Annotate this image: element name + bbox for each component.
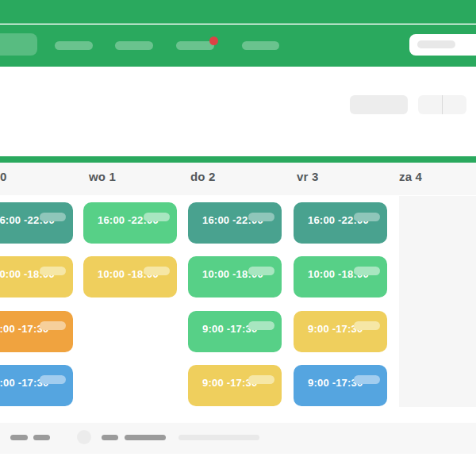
shift-assignee-placeholder	[144, 213, 170, 221]
shift-card[interactable]: 9:00 -17:30	[188, 311, 282, 352]
view-toggle-segmented-control[interactable]	[418, 95, 466, 114]
shift-assignee-placeholder	[40, 375, 66, 384]
shift-assignee-placeholder	[248, 267, 274, 275]
toolbar-button-placeholder[interactable]	[350, 95, 408, 114]
shift-card[interactable]: 16:00 -22:00	[83, 202, 177, 244]
shift-assignee-placeholder	[40, 321, 66, 330]
day-label: 0	[0, 170, 7, 183]
search-placeholder-text	[417, 40, 455, 48]
shift-card[interactable]: 16:00 -22:00	[0, 202, 73, 244]
footer-placeholder	[33, 435, 50, 440]
shift-card[interactable]: 9:00 -17:30	[294, 365, 387, 406]
shift-assignee-placeholder	[248, 321, 274, 330]
footer-placeholder	[102, 435, 118, 440]
shift-assignee-placeholder	[144, 267, 170, 275]
top-bar	[0, 0, 476, 24]
day-label: do 2	[190, 170, 216, 183]
nav-item-active-placeholder[interactable]	[0, 33, 37, 56]
shift-assignee-placeholder	[354, 267, 380, 275]
shift-card[interactable]: 10:00 -18:00	[294, 256, 387, 298]
schedule-page: 0 wo 1 do 2 vr 3 za 4 16:00 -22:0010:00 …	[0, 0, 476, 476]
day-label: vr 3	[297, 170, 319, 183]
segment-left[interactable]	[418, 95, 443, 114]
shift-assignee-placeholder	[40, 267, 66, 275]
segment-right[interactable]	[443, 95, 466, 114]
nav-bar	[0, 25, 476, 67]
shift-card[interactable]: 9:00 -17:30	[188, 365, 282, 406]
footer-bar	[0, 423, 476, 454]
shift-card[interactable]: 10:00 -18:00	[188, 256, 282, 298]
week-divider-bar	[0, 156, 476, 163]
footer-avatar-placeholder	[77, 430, 91, 444]
footer-placeholder	[125, 435, 166, 440]
calendar-body: 16:00 -22:0010:00 -18:009:00 -17:309:00 …	[0, 195, 476, 423]
closed-day-column	[399, 196, 476, 407]
shift-assignee-placeholder	[354, 321, 380, 330]
shift-card[interactable]: 10:00 -18:00	[83, 256, 177, 298]
shift-card[interactable]: 9:00 -17:30	[0, 311, 73, 352]
footer-placeholder	[10, 435, 28, 440]
search-input[interactable]	[409, 34, 476, 56]
day-label: wo 1	[89, 170, 116, 183]
footer-placeholder	[178, 435, 259, 440]
shift-assignee-placeholder	[354, 213, 380, 221]
day-label: za 4	[399, 170, 422, 183]
shift-card[interactable]: 10:00 -18:00	[0, 256, 73, 298]
notification-dot	[209, 36, 218, 45]
shift-assignee-placeholder	[354, 375, 380, 384]
shift-assignee-placeholder	[248, 213, 274, 221]
shift-assignee-placeholder	[248, 375, 274, 384]
nav-item-placeholder[interactable]	[55, 41, 93, 50]
shift-card[interactable]: 16:00 -22:00	[188, 202, 282, 244]
nav-item-placeholder[interactable]	[242, 41, 279, 50]
shift-card[interactable]: 9:00 -17:30	[294, 311, 387, 352]
shift-card[interactable]: 16:00 -22:00	[294, 202, 387, 244]
nav-item-placeholder[interactable]	[115, 41, 153, 50]
nav-item-placeholder[interactable]	[176, 41, 214, 50]
day-header-row: 0 wo 1 do 2 vr 3 za 4	[0, 163, 476, 195]
shift-card[interactable]: 9:00 -17:30	[0, 365, 73, 406]
shift-assignee-placeholder	[40, 213, 66, 221]
